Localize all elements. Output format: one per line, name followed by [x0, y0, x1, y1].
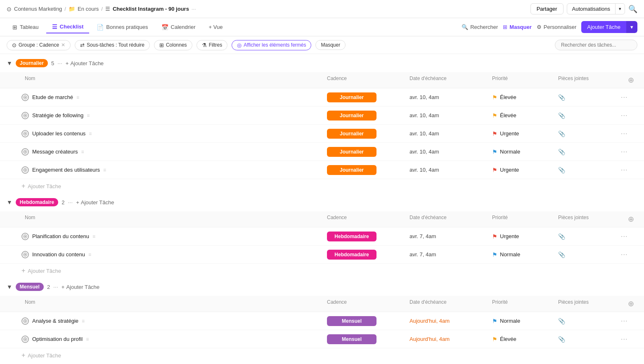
task-reorder-icon-hebdomadaire-0[interactable]: ≡	[92, 234, 95, 239]
task-more-btn-hebdomadaire-1[interactable]: ···	[621, 251, 637, 258]
task-reorder-icon-mensuel-0[interactable]: ≡	[82, 318, 85, 324]
tab-tableau[interactable]: ⊞ Tableau	[7, 21, 45, 33]
task-more-btn-journalier-2[interactable]: ···	[621, 130, 637, 137]
sous-taches-pill[interactable]: ⇄ Sous-tâches : Tout réduire	[75, 40, 150, 50]
task-checkbox-mensuel-1[interactable]	[21, 336, 29, 343]
partager-button[interactable]: Partager	[530, 3, 564, 14]
group-add-task-mensuel[interactable]: + Ajouter Tâche	[62, 284, 99, 290]
priority-label-hebdomadaire-1: Normale	[500, 251, 520, 258]
group-dots-hebdomadaire[interactable]: ···	[68, 199, 73, 206]
ajouter-tache-arrow[interactable]: ▾	[626, 21, 637, 33]
task-reorder-icon-journalier-2[interactable]: ≡	[89, 131, 92, 137]
group-dots-journalier[interactable]: ···	[57, 60, 62, 66]
task-name-cell: Innovation du contenu ≡	[21, 247, 324, 262]
cadence-btn-hebdomadaire-1[interactable]: Hebdomadaire	[327, 250, 376, 260]
task-name-cell: Analyse & stratégie ≡	[21, 313, 324, 329]
priority-label-journalier-4: Urgente	[500, 167, 519, 173]
masquer-view-button[interactable]: ⊞ Masquer	[503, 24, 531, 30]
task-name-cell: Engagement des utilisateurs ≡	[21, 162, 324, 178]
task-more-btn-hebdomadaire-0[interactable]: ···	[621, 233, 637, 240]
task-checkbox-mensuel-0[interactable]	[21, 317, 29, 325]
task-reorder-icon-journalier-1[interactable]: ≡	[87, 113, 90, 118]
task-more-btn-journalier-4[interactable]: ···	[621, 166, 637, 174]
group-add-icon-mensuel: +	[62, 284, 65, 290]
task-more-btn-journalier-3[interactable]: ···	[621, 148, 637, 156]
table-row: Innovation du contenu ≡ Hebdomadaire avr…	[0, 246, 644, 264]
add-vue-button[interactable]: + Vue	[203, 21, 229, 33]
groupe-cadence-pill[interactable]: ⊙ Groupe : Cadence ✕	[7, 40, 71, 50]
cadence-btn-mensuel-0[interactable]: Mensuel	[327, 316, 376, 326]
col-add-hebdomadaire[interactable]: ⊕	[621, 213, 637, 225]
group-badge-hebdomadaire: Hebdomadaire	[16, 198, 58, 206]
cadence-cell-hebdomadaire-0: Hebdomadaire	[324, 232, 406, 241]
filtres-pill[interactable]: ⚗ Filtres	[197, 40, 228, 50]
attachment-icon-journalier-4: 📎	[558, 167, 565, 173]
task-more-btn-journalier-1[interactable]: ···	[621, 112, 637, 119]
task-reorder-icon-hebdomadaire-1[interactable]: ≡	[88, 252, 91, 258]
cadence-btn-journalier-3[interactable]: Journalier	[327, 147, 376, 157]
breadcrumb-folder[interactable]: En cours	[78, 6, 99, 12]
date-cell-journalier-3: avr. 10, 4am	[406, 149, 489, 155]
rechercher-button[interactable]: 🔍 Rechercher	[462, 24, 498, 30]
cadence-btn-mensuel-1[interactable]: Mensuel	[327, 334, 376, 344]
ajouter-tache-button[interactable]: Ajouter Tâche	[581, 21, 626, 33]
date-cell-journalier-4: avr. 10, 4am	[406, 167, 489, 173]
cadence-btn-hebdomadaire-0[interactable]: Hebdomadaire	[327, 232, 376, 241]
task-reorder-icon-mensuel-1[interactable]: ≡	[86, 336, 89, 342]
task-checkbox-journalier-2[interactable]	[21, 130, 29, 137]
col-add-mensuel[interactable]: ⊕	[621, 298, 637, 310]
tab-calendrier-label: Calendrier	[171, 24, 196, 30]
group-journalier: ▼ Journalier 5 ··· + Ajouter Tâche Nom C…	[0, 54, 644, 193]
group-add-task-hebdomadaire[interactable]: + Ajouter Tâche	[76, 199, 114, 206]
task-more-btn-journalier-0[interactable]: ···	[621, 94, 637, 101]
groupe-close-icon[interactable]: ✕	[61, 42, 65, 48]
tab-bonnes-pratiques[interactable]: 📄 Bonnes pratiques	[91, 21, 154, 33]
date-cell-journalier-1: avr. 10, 4am	[406, 112, 489, 118]
groupe-icon: ⊙	[12, 42, 17, 48]
tab-checklist[interactable]: ☰ Checklist	[46, 21, 90, 33]
group-collapse-mensuel[interactable]: ▼	[7, 284, 12, 290]
task-checkbox-hebdomadaire-1[interactable]	[21, 251, 29, 258]
breadcrumb-dots[interactable]: ···	[192, 6, 196, 12]
tab-calendrier[interactable]: 📅 Calendrier	[156, 21, 201, 33]
task-reorder-icon-journalier-0[interactable]: ≡	[76, 95, 79, 100]
task-checkbox-journalier-3[interactable]	[21, 148, 29, 156]
attachments-cell-mensuel-0: 📎	[555, 318, 621, 324]
colonnes-pill[interactable]: ⊞ Colonnes	[154, 40, 192, 50]
masquer-toolbar-button[interactable]: Masquer	[315, 40, 346, 50]
col-add-journalier[interactable]: ⊕	[621, 74, 637, 86]
add-task-row-mensuel[interactable]: + Ajouter Tâche	[0, 348, 644, 362]
task-checkbox-journalier-0[interactable]	[21, 94, 29, 101]
add-task-row-journalier[interactable]: + Ajouter Tâche	[0, 179, 644, 193]
cadence-btn-journalier-1[interactable]: Journalier	[327, 111, 376, 121]
priority-cell-mensuel-0: ⚑ Normale	[489, 318, 555, 324]
add-task-row-hebdomadaire[interactable]: + Ajouter Tâche	[0, 264, 644, 278]
calendrier-icon: 📅	[161, 24, 168, 31]
group-dots-mensuel[interactable]: ···	[53, 284, 58, 290]
cadence-btn-journalier-2[interactable]: Journalier	[327, 129, 376, 139]
cadence-btn-journalier-0[interactable]: Journalier	[327, 92, 376, 102]
cadence-cell-journalier-1: Journalier	[324, 111, 406, 121]
group-collapse-journalier[interactable]: ▼	[7, 60, 12, 66]
group-collapse-hebdomadaire[interactable]: ▼	[7, 199, 12, 206]
task-search-input[interactable]	[555, 40, 637, 50]
afficher-pill[interactable]: ◎ Afficher les éléments fermés	[232, 40, 311, 50]
task-more-btn-mensuel-1[interactable]: ···	[621, 336, 637, 343]
breadcrumb-workspace[interactable]: Contenus Marketing	[14, 6, 62, 12]
cadence-btn-journalier-4[interactable]: Journalier	[327, 165, 376, 175]
task-name-journalier-4: Engagement des utilisateurs	[32, 167, 100, 173]
automatisations-button[interactable]: Automatisations ▾	[567, 3, 625, 14]
task-more-btn-mensuel-0[interactable]: ···	[621, 317, 637, 325]
toolbar: ⊙ Groupe : Cadence ✕ ⇄ Sous-tâches : Tou…	[0, 36, 644, 54]
personnaliser-button[interactable]: ⚙ Personnaliser	[537, 24, 577, 30]
group-add-task-journalier[interactable]: + Ajouter Tâche	[66, 60, 104, 66]
task-checkbox-journalier-1[interactable]	[21, 112, 29, 119]
task-reorder-icon-journalier-3[interactable]: ≡	[81, 149, 84, 155]
top-search-button[interactable]: 🔍	[628, 5, 637, 14]
priority-label-journalier-3: Normale	[500, 149, 520, 155]
task-checkbox-hebdomadaire-0[interactable]	[21, 233, 29, 240]
attachment-icon-journalier-2: 📎	[558, 130, 565, 137]
task-checkbox-journalier-4[interactable]	[21, 166, 29, 174]
task-reorder-icon-journalier-4[interactable]: ≡	[103, 167, 106, 173]
add-task-label-hebdomadaire: Ajouter Tâche	[28, 268, 61, 274]
